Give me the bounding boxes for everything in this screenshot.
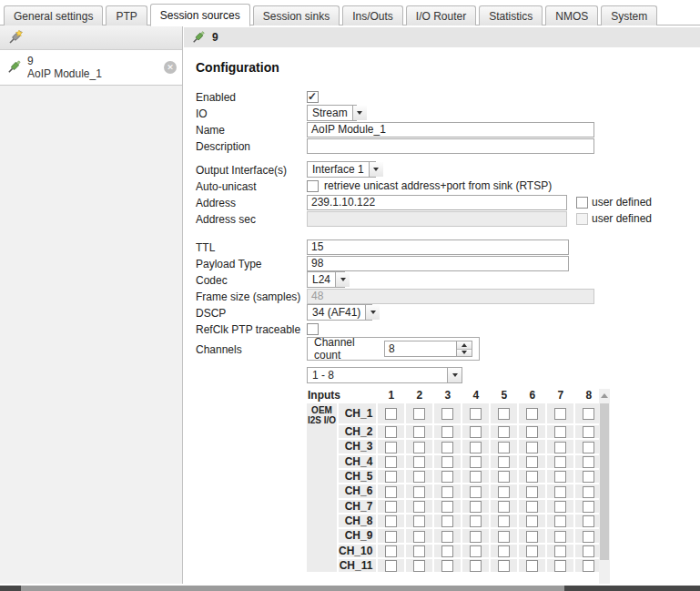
spinner-up-button[interactable] xyxy=(457,341,472,350)
address-user-defined-checkbox[interactable] xyxy=(576,197,588,209)
tab-nmos[interactable]: NMOS xyxy=(545,5,598,25)
address-input[interactable]: 239.1.10.122 xyxy=(307,195,567,210)
matrix-checkbox-ch_4-1[interactable] xyxy=(385,456,397,468)
matrix-checkbox-ch_1-2[interactable] xyxy=(413,408,425,420)
matrix-vertical-scrollbar[interactable] xyxy=(599,389,610,584)
matrix-checkbox-ch_10-2[interactable] xyxy=(413,545,425,557)
matrix-checkbox-ch_4-5[interactable] xyxy=(498,456,510,468)
matrix-checkbox-ch_1-4[interactable] xyxy=(470,408,482,420)
matrix-checkbox-ch_10-1[interactable] xyxy=(385,545,397,557)
tab-session-sinks[interactable]: Session sinks xyxy=(253,5,340,25)
matrix-checkbox-ch_3-2[interactable] xyxy=(413,442,425,453)
matrix-checkbox-ch_6-6[interactable] xyxy=(526,486,538,498)
name-input[interactable]: AoIP Module_1 xyxy=(307,122,594,138)
matrix-checkbox-ch_2-1[interactable] xyxy=(385,426,397,438)
tab-system[interactable]: System xyxy=(601,5,657,25)
matrix-checkbox-ch_10-5[interactable] xyxy=(498,545,510,557)
matrix-checkbox-ch_10-8[interactable] xyxy=(583,545,594,557)
matrix-checkbox-ch_11-6[interactable] xyxy=(526,560,538,572)
matrix-checkbox-ch_5-4[interactable] xyxy=(470,471,482,483)
matrix-checkbox-ch_1-3[interactable] xyxy=(441,408,453,420)
auto-unicast-checkbox[interactable] xyxy=(307,180,319,192)
tab-general-settings[interactable]: General settings xyxy=(4,5,103,25)
matrix-checkbox-ch_1-8[interactable] xyxy=(583,408,594,420)
matrix-checkbox-ch_10-3[interactable] xyxy=(441,545,453,557)
matrix-checkbox-ch_3-6[interactable] xyxy=(526,442,538,453)
matrix-checkbox-ch_6-4[interactable] xyxy=(470,486,482,498)
payload-type-input[interactable]: 98 xyxy=(307,256,569,271)
matrix-checkbox-ch_6-3[interactable] xyxy=(441,486,453,498)
delete-source-icon[interactable]: ✕ xyxy=(164,61,177,74)
matrix-checkbox-ch_7-7[interactable] xyxy=(554,501,566,513)
matrix-checkbox-ch_4-7[interactable] xyxy=(554,456,566,468)
matrix-checkbox-ch_9-7[interactable] xyxy=(554,531,566,543)
matrix-checkbox-ch_7-8[interactable] xyxy=(583,501,594,513)
source-list-item[interactable]: 9 AoIP Module_1 ✕ xyxy=(0,50,182,86)
matrix-checkbox-ch_4-6[interactable] xyxy=(526,456,538,468)
tab-i-o-router[interactable]: I/O Router xyxy=(406,5,476,25)
matrix-checkbox-ch_9-2[interactable] xyxy=(413,531,425,543)
matrix-checkbox-ch_9-6[interactable] xyxy=(526,531,538,543)
matrix-checkbox-ch_2-4[interactable] xyxy=(470,426,482,438)
matrix-checkbox-ch_7-3[interactable] xyxy=(441,501,453,513)
io-select[interactable]: Stream xyxy=(307,105,357,121)
matrix-checkbox-ch_2-6[interactable] xyxy=(526,426,538,438)
matrix-checkbox-ch_11-7[interactable] xyxy=(554,560,566,572)
matrix-checkbox-ch_3-8[interactable] xyxy=(583,442,594,453)
matrix-checkbox-ch_5-5[interactable] xyxy=(498,471,510,483)
tab-ins-outs[interactable]: Ins/Outs xyxy=(342,5,403,25)
matrix-checkbox-ch_4-8[interactable] xyxy=(583,456,594,468)
matrix-checkbox-ch_10-4[interactable] xyxy=(470,545,482,557)
matrix-checkbox-ch_8-5[interactable] xyxy=(498,515,510,527)
description-input[interactable] xyxy=(307,138,594,154)
matrix-checkbox-ch_8-4[interactable] xyxy=(470,515,482,527)
channel-range-select[interactable]: 1 - 8 xyxy=(307,367,462,383)
matrix-checkbox-ch_7-4[interactable] xyxy=(470,501,482,513)
matrix-checkbox-ch_9-8[interactable] xyxy=(583,531,594,543)
matrix-checkbox-ch_5-3[interactable] xyxy=(441,471,453,483)
matrix-checkbox-ch_11-3[interactable] xyxy=(441,560,453,572)
channel-count-input[interactable]: 8 xyxy=(384,341,457,357)
matrix-checkbox-ch_3-1[interactable] xyxy=(385,442,397,453)
matrix-checkbox-ch_2-5[interactable] xyxy=(498,426,510,438)
matrix-checkbox-ch_2-7[interactable] xyxy=(554,426,566,438)
spinner-down-button[interactable] xyxy=(457,350,472,357)
matrix-checkbox-ch_1-6[interactable] xyxy=(526,408,538,420)
matrix-checkbox-ch_11-8[interactable] xyxy=(583,560,594,572)
matrix-checkbox-ch_2-8[interactable] xyxy=(583,426,594,438)
matrix-checkbox-ch_8-8[interactable] xyxy=(583,515,594,527)
output-interfaces-select[interactable]: Interface 1 xyxy=(307,161,376,178)
matrix-checkbox-ch_11-4[interactable] xyxy=(470,560,482,572)
scroll-up-icon[interactable] xyxy=(599,389,610,402)
add-source-button[interactable] xyxy=(6,28,25,46)
matrix-checkbox-ch_6-5[interactable] xyxy=(498,486,510,498)
matrix-checkbox-ch_5-6[interactable] xyxy=(526,471,538,483)
matrix-checkbox-ch_5-8[interactable] xyxy=(583,471,594,483)
matrix-checkbox-ch_3-7[interactable] xyxy=(554,442,566,453)
matrix-checkbox-ch_10-6[interactable] xyxy=(526,545,538,557)
matrix-checkbox-ch_8-1[interactable] xyxy=(385,515,397,527)
matrix-checkbox-ch_9-5[interactable] xyxy=(498,531,510,543)
tab-statistics[interactable]: Statistics xyxy=(479,5,543,25)
matrix-checkbox-ch_4-3[interactable] xyxy=(441,456,453,468)
matrix-checkbox-ch_8-3[interactable] xyxy=(441,515,453,527)
matrix-checkbox-ch_9-3[interactable] xyxy=(441,531,453,543)
codec-select[interactable]: L24 xyxy=(307,271,345,288)
enabled-checkbox[interactable] xyxy=(307,91,319,103)
horizontal-scrollbar-thumb[interactable] xyxy=(21,586,564,591)
matrix-checkbox-ch_6-1[interactable] xyxy=(385,486,397,498)
matrix-checkbox-ch_9-4[interactable] xyxy=(470,531,482,543)
matrix-checkbox-ch_6-2[interactable] xyxy=(413,486,425,498)
matrix-checkbox-ch_8-7[interactable] xyxy=(554,515,566,527)
matrix-checkbox-ch_2-2[interactable] xyxy=(413,426,425,438)
matrix-checkbox-ch_8-6[interactable] xyxy=(526,515,538,527)
matrix-checkbox-ch_6-8[interactable] xyxy=(583,486,594,498)
matrix-checkbox-ch_1-7[interactable] xyxy=(554,408,566,420)
tab-ptp[interactable]: PTP xyxy=(106,5,147,25)
refclk-checkbox[interactable] xyxy=(307,323,319,335)
matrix-checkbox-ch_5-1[interactable] xyxy=(385,471,397,483)
matrix-checkbox-ch_3-5[interactable] xyxy=(498,442,510,453)
matrix-checkbox-ch_2-3[interactable] xyxy=(441,426,453,438)
matrix-checkbox-ch_11-2[interactable] xyxy=(413,560,425,572)
matrix-checkbox-ch_8-2[interactable] xyxy=(413,515,425,527)
